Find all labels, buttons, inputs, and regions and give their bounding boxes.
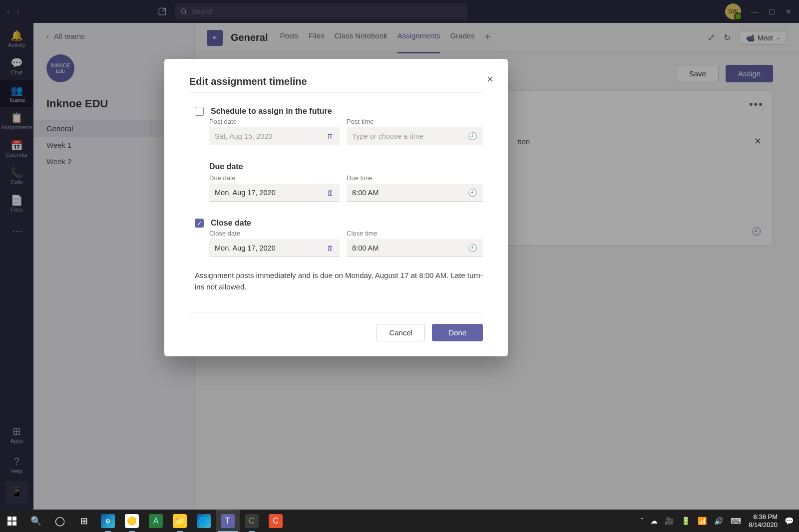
volume-icon[interactable]: 🔊 xyxy=(714,517,724,526)
dialog-title: Edit assignment timeline xyxy=(189,76,483,93)
clock-time: 6:38 PM xyxy=(749,513,778,521)
due-date-input[interactable]: Mon, Aug 17, 2020 🗓 xyxy=(209,184,340,202)
taskbar-edge[interactable]: e xyxy=(96,510,120,532)
due-date-value: Mon, Aug 17, 2020 xyxy=(215,189,276,197)
schedule-section: Schedule to assign in the future Post da… xyxy=(195,107,483,145)
done-button[interactable]: Done xyxy=(432,324,483,341)
taskbar-snagit[interactable]: C xyxy=(264,510,288,532)
dialog-close-button[interactable]: ✕ xyxy=(486,74,494,85)
close-date-input[interactable]: Mon, Aug 17, 2020 🗓 xyxy=(209,239,340,257)
svg-rect-4 xyxy=(12,517,16,521)
clock-icon: 🕘 xyxy=(468,132,477,141)
tray-expand-icon[interactable]: ˆ xyxy=(641,517,643,525)
cancel-button[interactable]: Cancel xyxy=(377,324,425,341)
close-time-input[interactable]: 8:00 AM 🕘 xyxy=(347,239,483,257)
svg-rect-5 xyxy=(7,521,11,525)
cortana-button[interactable]: ◯ xyxy=(48,510,72,532)
language-icon[interactable]: ⌨ xyxy=(731,517,742,526)
windows-taskbar: 🔍 ◯ ⊞ e 🟡 A 📁 🌐 T C C ˆ ☁ 🎥 🔋 📶 🔊 ⌨ 6:38… xyxy=(0,510,799,532)
taskbar-clock[interactable]: 6:38 PM 8/14/2020 xyxy=(749,513,778,529)
clock-icon: 🕘 xyxy=(468,244,477,253)
taskbar-explorer[interactable]: 📁 xyxy=(168,510,192,532)
taskbar-app-a[interactable]: A xyxy=(144,510,168,532)
taskbar-edge-dev[interactable]: 🌐 xyxy=(192,510,216,532)
post-date-input[interactable]: Sat, Aug 15, 2020 🗓 xyxy=(209,127,340,145)
post-time-label: Post time xyxy=(347,118,483,125)
due-time-value: 8:00 AM xyxy=(352,189,379,197)
close-date-toggle-label: Close date xyxy=(211,219,251,228)
schedule-checkbox[interactable] xyxy=(195,107,204,116)
post-date-value: Sat, Aug 15, 2020 xyxy=(215,132,272,140)
clock-date: 8/14/2020 xyxy=(749,521,778,529)
task-view-button[interactable]: ⊞ xyxy=(72,510,96,532)
due-time-input[interactable]: 8:00 AM 🕘 xyxy=(347,184,483,202)
close-date-checkbox[interactable]: ✓ xyxy=(195,219,204,228)
system-tray: ˆ ☁ 🎥 🔋 📶 🔊 ⌨ 6:38 PM 8/14/2020 💬 xyxy=(641,510,799,532)
wifi-icon[interactable]: 📶 xyxy=(698,517,707,526)
close-time-value: 8:00 AM xyxy=(352,244,379,252)
clock-icon: 🕘 xyxy=(468,188,477,197)
meet-now-icon[interactable]: 🎥 xyxy=(665,517,674,526)
taskbar-teams[interactable]: T xyxy=(216,510,240,532)
calendar-icon: 🗓 xyxy=(327,189,334,197)
close-section: ✓ Close date Close date Mon, Aug 17, 202… xyxy=(195,219,483,257)
dialog-footer: Cancel Done xyxy=(189,312,483,341)
calendar-icon: 🗓 xyxy=(327,244,334,253)
post-time-placeholder: Type or choose a time xyxy=(352,132,423,140)
due-date-label: Due date xyxy=(209,174,340,182)
close-time-label: Close time xyxy=(347,230,483,237)
taskbar-search[interactable]: 🔍 xyxy=(24,510,48,532)
taskbar-camtasia[interactable]: C xyxy=(240,510,264,532)
post-time-input[interactable]: Type or choose a time 🕘 xyxy=(347,127,483,145)
due-section: Due date Due date Mon, Aug 17, 2020 🗓 Du… xyxy=(209,162,483,202)
svg-rect-6 xyxy=(12,521,16,525)
schedule-label: Schedule to assign in the future xyxy=(211,107,332,116)
timeline-summary: Assignment posts immediately and is due … xyxy=(195,270,483,292)
start-button[interactable] xyxy=(0,510,24,532)
onedrive-icon[interactable]: ☁ xyxy=(650,517,658,526)
close-date-label: Close date xyxy=(209,230,340,237)
svg-rect-3 xyxy=(7,517,11,521)
notifications-icon[interactable]: 💬 xyxy=(785,517,794,526)
due-time-label: Due time xyxy=(347,174,483,182)
battery-icon[interactable]: 🔋 xyxy=(681,517,691,526)
due-title: Due date xyxy=(209,162,483,171)
taskbar-chrome[interactable]: 🟡 xyxy=(120,510,144,532)
edit-timeline-dialog: Edit assignment timeline ✕ Schedule to a… xyxy=(164,59,508,356)
post-date-label: Post date xyxy=(209,118,340,125)
calendar-icon: 🗓 xyxy=(327,132,334,141)
close-date-value: Mon, Aug 17, 2020 xyxy=(215,244,276,252)
